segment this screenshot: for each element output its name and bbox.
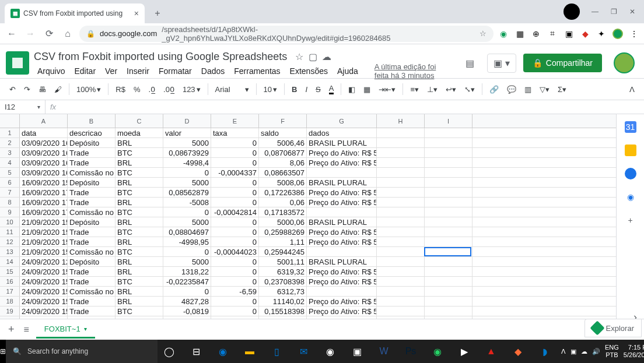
task-view-icon[interactable]: ◯ bbox=[158, 340, 181, 363]
cell[interactable]: Trade bbox=[68, 158, 116, 167]
row-header[interactable]: 15 bbox=[0, 267, 20, 276]
cell[interactable]: BRASIL PLURAL bbox=[307, 217, 377, 227]
cell[interactable]: Preço do Ativo: R$ 58484,98 bbox=[307, 198, 377, 207]
cell[interactable]: Trade bbox=[68, 188, 116, 197]
cell[interactable]: 0,08804697 bbox=[163, 227, 211, 237]
column-header[interactable]: F bbox=[259, 114, 307, 128]
cell[interactable]: 0 bbox=[211, 227, 259, 237]
account-avatar[interactable] bbox=[614, 52, 635, 73]
cell[interactable]: 03/09/2020 16:4 bbox=[20, 168, 68, 177]
cell[interactable]: 0 bbox=[163, 287, 211, 296]
cell[interactable] bbox=[425, 138, 473, 147]
decrease-decimal-button[interactable]: .0̲ bbox=[145, 83, 159, 96]
cell[interactable]: BRL bbox=[116, 297, 163, 306]
menu-editar[interactable]: Editar bbox=[71, 65, 99, 77]
cell[interactable]: 21/09/2020 15:0 bbox=[20, 247, 68, 256]
cell[interactable]: BTC bbox=[116, 168, 163, 177]
comments-icon[interactable]: ▤ bbox=[459, 52, 480, 73]
profile-avatar[interactable] bbox=[612, 29, 623, 39]
cell[interactable] bbox=[425, 128, 473, 138]
cell[interactable] bbox=[377, 297, 425, 306]
document-title[interactable]: CSV from Foxbit imported using Google Sp… bbox=[34, 51, 287, 63]
cell[interactable]: 5000,06 bbox=[259, 217, 307, 227]
cell[interactable] bbox=[425, 237, 473, 246]
cell[interactable]: -6,59 bbox=[211, 287, 259, 296]
add-sheet-button[interactable]: + bbox=[6, 321, 17, 338]
cell[interactable]: 16/09/2020 17:0 bbox=[20, 188, 68, 197]
cell[interactable]: BTC bbox=[116, 277, 163, 286]
cell[interactable] bbox=[377, 128, 425, 138]
reload-button[interactable]: ⟳ bbox=[42, 27, 56, 41]
row-header[interactable]: 3 bbox=[0, 148, 20, 157]
zoom-select[interactable]: 100% ▾ bbox=[73, 83, 104, 96]
cell[interactable] bbox=[377, 287, 425, 296]
extensions-menu-icon[interactable]: ✦ bbox=[596, 29, 607, 39]
cell[interactable]: Trade bbox=[68, 198, 116, 207]
cell[interactable]: 03/09/2020 16:4 bbox=[20, 148, 68, 157]
row-header[interactable]: 9 bbox=[0, 207, 20, 217]
cell[interactable]: -0,0004337 bbox=[211, 168, 259, 177]
strike-button[interactable]: S bbox=[312, 83, 324, 96]
column-header[interactable]: G bbox=[307, 114, 377, 128]
cell[interactable] bbox=[425, 277, 473, 286]
cell[interactable] bbox=[377, 227, 425, 237]
cell[interactable]: BRASIL PLURAL bbox=[307, 138, 377, 147]
taskbar-app-icon[interactable]: W bbox=[372, 340, 396, 363]
cell[interactable] bbox=[377, 198, 425, 207]
calendar-icon[interactable]: 31 bbox=[625, 121, 636, 133]
cell[interactable]: BTC bbox=[116, 148, 163, 157]
move-icon[interactable]: ▢ bbox=[309, 52, 317, 62]
functions-button[interactable]: Σ▾ bbox=[554, 83, 570, 96]
tasks-icon[interactable] bbox=[625, 168, 636, 179]
cell[interactable]: 1318,22 bbox=[163, 267, 211, 276]
row-header[interactable]: 18 bbox=[0, 297, 20, 306]
cell[interactable]: Comissão no Tra bbox=[68, 287, 116, 296]
keep-icon[interactable] bbox=[625, 145, 636, 156]
new-tab-button[interactable]: + bbox=[149, 5, 166, 22]
cell[interactable]: Preço do Ativo: R$ 58958,32 bbox=[307, 277, 377, 286]
cell[interactable]: -0,00042814 bbox=[211, 207, 259, 217]
column-header[interactable]: D bbox=[163, 114, 211, 128]
cell[interactable]: 0,08673929 bbox=[163, 148, 211, 157]
cell[interactable]: -0,02235847 bbox=[163, 277, 211, 286]
cell[interactable]: 5000 bbox=[163, 217, 211, 227]
print-button[interactable]: 🖶 bbox=[35, 83, 50, 96]
cell[interactable]: 21/09/2020 15:0 bbox=[20, 227, 68, 237]
menu-ver[interactable]: Ver bbox=[102, 65, 121, 77]
cell[interactable]: taxa bbox=[211, 128, 259, 138]
cell[interactable] bbox=[425, 158, 473, 167]
cell[interactable]: 24/09/2020 15:2 bbox=[20, 267, 68, 276]
cell[interactable]: descricao bbox=[68, 128, 116, 138]
minimize-button[interactable]: — bbox=[587, 3, 603, 20]
cell[interactable]: Trade bbox=[68, 227, 116, 237]
cell[interactable]: Preço do Ativo: R$ 58484,98 bbox=[307, 188, 377, 197]
taskbar-app-icon[interactable]: Ps bbox=[399, 340, 422, 363]
cell[interactable]: 5000 bbox=[163, 138, 211, 147]
cell[interactable]: 0 bbox=[211, 188, 259, 197]
forward-button[interactable]: → bbox=[23, 27, 37, 41]
cell[interactable]: 6312,73 bbox=[259, 287, 307, 296]
row-header[interactable]: 1 bbox=[0, 128, 20, 138]
cell[interactable]: 0,08562879 bbox=[163, 188, 211, 197]
cell[interactable]: Depósito bbox=[68, 217, 116, 227]
taskbar-app-icon[interactable]: ◗ bbox=[533, 340, 556, 363]
redo-button[interactable]: ↷ bbox=[20, 83, 34, 96]
taskbar-search[interactable]: 🔍 Search for anything bbox=[6, 340, 158, 363]
cell[interactable] bbox=[425, 267, 473, 276]
cell[interactable] bbox=[425, 148, 473, 157]
cell[interactable]: 5006,46 bbox=[259, 138, 307, 147]
cell[interactable]: 0 bbox=[163, 207, 211, 217]
cloud-status-icon[interactable]: ☁ bbox=[322, 52, 331, 62]
cell[interactable]: 03/09/2020 16:4 bbox=[20, 138, 68, 147]
cell[interactable]: -4998,95 bbox=[163, 237, 211, 246]
row-header[interactable]: 13 bbox=[0, 247, 20, 256]
row-header[interactable]: 11 bbox=[0, 227, 20, 237]
close-tab-icon[interactable]: × bbox=[134, 9, 139, 18]
increase-decimal-button[interactable]: .00̲ bbox=[160, 83, 178, 96]
ext-icon[interactable]: ◉ bbox=[498, 29, 509, 39]
formula-input[interactable] bbox=[61, 103, 644, 111]
row-header[interactable]: 7 bbox=[0, 188, 20, 197]
percent-button[interactable]: % bbox=[130, 83, 144, 96]
cell[interactable] bbox=[425, 227, 473, 237]
cell[interactable] bbox=[307, 168, 377, 177]
